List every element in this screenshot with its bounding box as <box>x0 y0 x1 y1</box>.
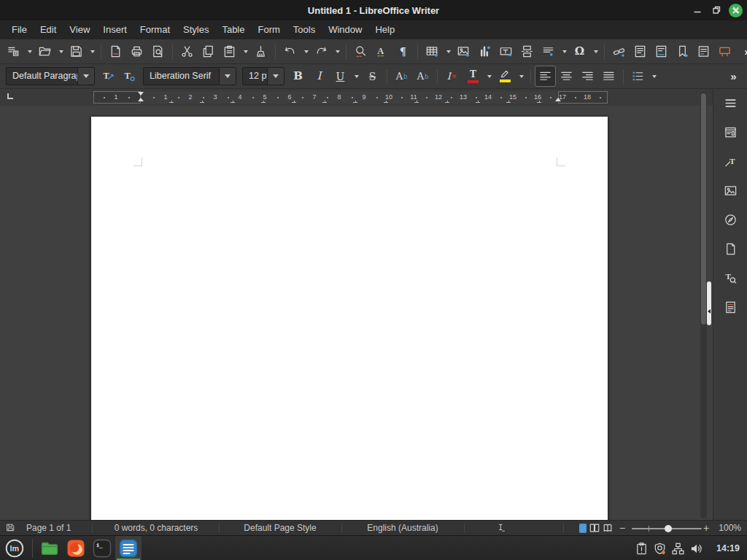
sidebar-tab-style-inspector[interactable]: T <box>719 267 741 289</box>
taskbar-terminal-button[interactable]: $_ <box>89 536 115 560</box>
clone-formatting-button[interactable] <box>251 42 271 61</box>
zoom-out-button[interactable]: − <box>619 521 625 535</box>
font-name-dropdown-button[interactable] <box>219 68 236 85</box>
print-button[interactable] <box>127 42 147 61</box>
document-page[interactable] <box>91 117 608 520</box>
zoom-in-button[interactable]: + <box>703 521 709 535</box>
zoom-level[interactable]: 100% <box>719 521 741 535</box>
cut-button[interactable] <box>177 42 197 61</box>
insert-chart-button[interactable] <box>475 42 495 61</box>
selection-mode-button[interactable] <box>496 523 506 533</box>
paste-dropdown-button[interactable] <box>241 42 249 61</box>
insert-special-character-button[interactable]: Ω <box>570 42 589 61</box>
formatting-marks-button[interactable]: ¶ <box>393 42 413 61</box>
copy-button[interactable] <box>198 42 218 61</box>
menu-help[interactable]: Help <box>368 20 401 39</box>
menu-styles[interactable]: Styles <box>177 20 215 39</box>
font-size-combo[interactable]: 12 pt <box>242 67 285 85</box>
highlight-color-dropdown-button[interactable] <box>516 66 526 86</box>
insert-comment-button[interactable] <box>715 42 735 61</box>
spell-check-button[interactable]: A <box>372 42 392 61</box>
underline-button[interactable]: U <box>330 66 350 86</box>
underline-dropdown-button[interactable] <box>352 66 361 86</box>
align-justify-button[interactable] <box>599 66 619 86</box>
undo-button[interactable] <box>280 42 300 61</box>
sidebar-tab-styles[interactable]: T <box>719 150 741 172</box>
tray-clipboard-manager-button[interactable] <box>635 542 649 556</box>
align-right-button[interactable] <box>578 66 597 86</box>
menu-file[interactable]: File <box>5 20 34 39</box>
align-left-button[interactable] <box>535 66 555 86</box>
word-count[interactable]: 0 words, 0 characters <box>92 521 220 535</box>
insert-table-button[interactable] <box>422 42 442 61</box>
unordered-list-dropdown-button[interactable] <box>649 66 659 86</box>
insert-page-break-button[interactable] <box>517 42 537 61</box>
toolbar-overflow-button[interactable]: » <box>724 66 743 86</box>
page-style[interactable]: Default Page Style <box>219 521 341 535</box>
new-style-button[interactable]: T <box>120 66 139 86</box>
subscript-button[interactable]: Ab <box>413 66 433 86</box>
insert-table-dropdown-button[interactable] <box>444 42 452 61</box>
single-page-view-button[interactable] <box>578 523 588 533</box>
font-size-dropdown-button[interactable] <box>267 68 284 85</box>
menu-form[interactable]: Form <box>251 20 286 39</box>
redo-dropdown-button[interactable] <box>333 42 341 61</box>
save-status-button[interactable] <box>6 523 16 533</box>
insert-image-button[interactable] <box>454 42 473 61</box>
menu-view[interactable]: View <box>63 20 96 39</box>
insert-text-box-button[interactable] <box>496 42 516 61</box>
insert-hyperlink-button[interactable] <box>609 42 629 61</box>
toolbar-overflow-button[interactable]: » <box>738 42 747 61</box>
zoom-slider-thumb[interactable] <box>665 525 672 532</box>
book-view-button[interactable] <box>603 523 613 533</box>
paste-button[interactable] <box>220 42 239 61</box>
unordered-list-button[interactable] <box>628 66 648 86</box>
maximize-button[interactable] <box>710 4 723 17</box>
multi-page-view-button[interactable] <box>589 523 600 533</box>
taskbar-firefox-button[interactable] <box>63 536 89 560</box>
sidebar-hide-handle[interactable] <box>707 281 711 325</box>
insert-footnote-button[interactable] <box>630 42 650 61</box>
sidebar-tab-sidebar-settings[interactable] <box>719 92 741 114</box>
paragraph-style-combo[interactable]: Default Paragraph <box>6 67 95 85</box>
tray-volume-button[interactable] <box>689 542 703 556</box>
tab-stop-selector[interactable] <box>7 93 13 99</box>
insert-field-button[interactable] <box>538 42 558 61</box>
insert-cross-reference-button[interactable] <box>694 42 713 61</box>
tray-update-manager-button[interactable] <box>653 542 667 556</box>
highlight-color-button[interactable] <box>495 66 515 86</box>
open-dropdown-button[interactable] <box>56 42 65 61</box>
insert-field-dropdown-button[interactable] <box>560 42 568 61</box>
redo-button[interactable] <box>311 42 331 61</box>
align-center-button[interactable] <box>557 66 576 86</box>
menu-edit[interactable]: Edit <box>34 20 63 39</box>
menu-table[interactable]: Table <box>215 20 251 39</box>
save-button[interactable] <box>66 42 86 61</box>
italic-button[interactable]: I <box>309 66 329 86</box>
sidebar-tab-navigator[interactable] <box>719 209 741 230</box>
clear-formatting-button[interactable]: I✕ <box>442 66 462 86</box>
text-language[interactable]: English (Australia) <box>341 521 464 535</box>
clock[interactable]: 14:19 <box>716 536 740 560</box>
minimize-button[interactable] <box>691 4 704 17</box>
bold-button[interactable]: B <box>288 66 308 86</box>
sidebar-tab-properties[interactable] <box>719 121 741 143</box>
save-dropdown-button[interactable] <box>88 42 96 61</box>
taskbar-files-button[interactable] <box>36 536 63 560</box>
undo-dropdown-button[interactable] <box>301 42 310 61</box>
menu-tools[interactable]: Tools <box>287 20 322 39</box>
document-area[interactable] <box>0 106 713 520</box>
new-document-dropdown-button[interactable] <box>25 42 34 61</box>
export-pdf-button[interactable] <box>106 42 125 61</box>
right-indent-marker[interactable] <box>555 98 561 101</box>
update-style-button[interactable]: T <box>98 66 118 86</box>
insert-special-character-dropdown-button[interactable] <box>591 42 600 61</box>
find-replace-button[interactable] <box>351 42 371 61</box>
tray-network-manager-button[interactable] <box>671 542 685 556</box>
sidebar-tab-page[interactable] <box>719 238 741 260</box>
horizontal-ruler[interactable]: 1123456789101112131415161718 <box>93 91 608 104</box>
sidebar-tab-accessibility-check[interactable] <box>719 296 741 318</box>
menu-insert[interactable]: Insert <box>96 20 133 39</box>
font-color-dropdown-button[interactable] <box>484 66 494 86</box>
insert-bookmark-button[interactable] <box>673 42 692 61</box>
